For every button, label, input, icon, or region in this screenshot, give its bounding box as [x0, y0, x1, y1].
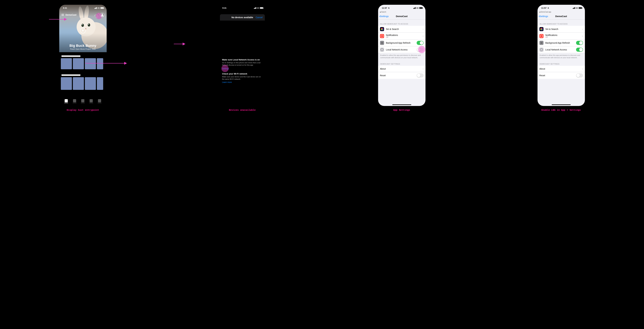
wifi-icon [576, 7, 578, 9]
switch-reset[interactable] [417, 73, 424, 78]
section-header-access: ALLOW DEMOCAST TO ACCESS [378, 20, 426, 26]
phone-no-devices: 9:41 No devices available Cancel Make su… [219, 5, 266, 106]
lna-help-heading: Make sure Local Network Access is on [222, 59, 262, 61]
cell-label: Local Network Access [386, 48, 408, 51]
wifi-help-text: Make sure your device and the Cast devic… [222, 76, 262, 80]
cell-label: Siri & Search [386, 28, 399, 30]
hamburger-icon[interactable] [62, 14, 64, 16]
row-title-placeholder [62, 55, 80, 57]
profile-button[interactable] [100, 13, 104, 17]
wifi-icon [416, 7, 418, 9]
wifi-help-heading: Check your Wi-Fi network [222, 73, 262, 75]
thumb-row-1[interactable] [61, 58, 105, 69]
help-content: Make sure Local Network Access is on Go … [219, 21, 266, 83]
back-button[interactable]: ‹ Settings [379, 15, 389, 18]
breadcrumb[interactable]: ◀ DemoCast app [538, 11, 585, 13]
cancel-button[interactable]: Cancel [256, 16, 262, 19]
cell-about[interactable]: About › [538, 66, 585, 72]
cell-background-refresh[interactable]: Background App Refresh [378, 40, 426, 46]
wifi-icon [257, 7, 259, 9]
cell-local-network-access[interactable]: Local Network Access [538, 46, 585, 53]
settings-link[interactable]: Settings [222, 68, 229, 70]
section-header-app: DEMOCAST SETTINGS [538, 60, 585, 66]
cell-siri[interactable]: Siri & Search › [538, 26, 585, 33]
location-icon: ➤ [388, 7, 390, 9]
cell-label: About [380, 68, 386, 70]
battery-icon [578, 7, 582, 9]
play-button[interactable] [80, 28, 86, 33]
siri-icon [540, 27, 544, 31]
battery-icon [419, 7, 423, 9]
lna-footer-note: Enabled to allow this app permission to … [538, 53, 585, 60]
tab-1[interactable] [64, 99, 68, 103]
cell-label: Siri & Search [546, 28, 558, 30]
cell-local-network-access[interactable]: Local Network Access [378, 46, 426, 53]
hero-meta: Big Buck Bunny Peach Open Movie Project,… [59, 44, 107, 50]
nav-bar: ‹ Settings DemoCast [538, 13, 585, 20]
home-indicator[interactable] [392, 104, 411, 105]
phone-settings-lna-on: 11:57 ➤ ◀ DemoCast app ‹ Settings DemoCa [538, 5, 585, 106]
back-label: Settings [540, 15, 548, 18]
back-button[interactable]: ‹ Settings [539, 15, 548, 18]
thumb-row-2[interactable] [61, 77, 105, 90]
back-label: Settings [380, 15, 389, 18]
tab-5[interactable] [98, 99, 102, 103]
home-indicator[interactable] [552, 104, 571, 105]
battery-icon [260, 7, 263, 9]
chevron-right-icon: › [582, 67, 583, 71]
status-time: 11:57 [541, 7, 546, 9]
tab-2[interactable] [73, 99, 76, 103]
cell-notifications[interactable]: Notifications Off › [378, 33, 426, 40]
chevron-right-icon: › [582, 34, 583, 38]
tab-3[interactable] [81, 99, 85, 103]
cell-reset[interactable]: Reset [378, 72, 426, 79]
breadcrumb-back-icon: ◀ [539, 11, 540, 13]
app-top-bar: DemoCast [59, 13, 107, 17]
hero-area: 9:41 DemoCast [59, 5, 107, 52]
switch-bg-refresh[interactable] [417, 41, 424, 45]
chevron-right-icon: › [423, 67, 424, 71]
caption: App Settings [393, 109, 410, 111]
cell-reset[interactable]: Reset [538, 72, 585, 79]
nav-title: DemoCast [555, 15, 567, 18]
cell-label: Notifications [546, 34, 558, 36]
lna-help-text: Go to Settings on this phone and check t… [222, 62, 262, 66]
status-bar: 11:57 ➤ [538, 5, 585, 11]
cellular-icon [573, 7, 575, 9]
hero-subtitle: Peach Open Movie Project, 2008 [59, 48, 107, 50]
cell-label: Reset [540, 74, 545, 77]
switch-bg-refresh[interactable] [576, 41, 583, 45]
breadcrumb[interactable]: ◀ Search [378, 11, 426, 13]
switch-reset[interactable] [576, 73, 583, 78]
switch-lna[interactable] [417, 48, 424, 52]
chevron-right-icon: › [423, 34, 424, 38]
cell-label: About [540, 68, 545, 70]
location-icon: ➤ [547, 7, 550, 9]
tab-bar [59, 99, 107, 103]
phone-democast-app: 9:41 DemoCast [59, 5, 107, 106]
panel-app-settings: 11:57 ➤ ◀ Search ‹ Settings DemoCast [378, 5, 426, 111]
battery-icon [100, 7, 104, 9]
breadcrumb-label: Search [381, 11, 386, 13]
status-time: 11:57 [382, 7, 387, 9]
cell-about[interactable]: About › [378, 66, 426, 72]
siri-icon [380, 27, 384, 31]
cellular-icon [94, 7, 97, 9]
cast-dialog-header: No devices available Cancel [220, 14, 265, 21]
status-bar: 11:57 ➤ [378, 5, 426, 11]
cast-button[interactable] [97, 14, 98, 16]
cell-notifications[interactable]: Notifications Off › [538, 33, 585, 40]
cell-siri[interactable]: Siri & Search › [378, 26, 426, 33]
content-rows [59, 52, 107, 90]
panel-enable-lna: 11:57 ➤ ◀ DemoCast app ‹ Settings DemoCa [538, 5, 585, 111]
cell-label: Background App Refresh [546, 42, 570, 44]
switch-lna[interactable] [576, 48, 583, 52]
cell-sublabel: Off [546, 36, 558, 38]
tab-4[interactable] [89, 99, 93, 103]
hero-title: Big Buck Bunny [59, 44, 107, 48]
nav-bar: ‹ Settings DemoCast [378, 13, 426, 20]
breadcrumb-label: DemoCast app [541, 11, 551, 13]
network-icon [540, 48, 544, 52]
learn-more-link[interactable]: Learn more [222, 81, 232, 83]
cell-background-refresh[interactable]: Background App Refresh [538, 40, 585, 46]
